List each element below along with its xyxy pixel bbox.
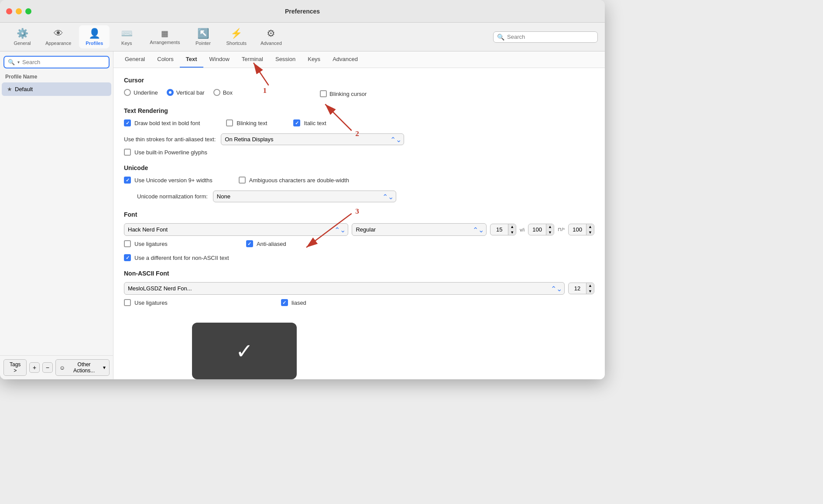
right-panel: General Colors Text Window Terminal Sess…	[113, 51, 605, 379]
profile-list: ★ Default	[0, 82, 113, 355]
window-controls	[6, 8, 31, 14]
cursor-underline[interactable]: Underline	[124, 89, 158, 96]
non-ascii-font-select[interactable]: MesloLGSDZ Nerd Fon...	[124, 282, 565, 295]
close-button[interactable]	[6, 8, 12, 14]
font-section: Font Hack Nerd Font ⌃⌄ Regular Bold	[124, 211, 594, 261]
chevron-down-icon: ▾	[103, 364, 106, 371]
italic-text-checkbox[interactable]	[293, 119, 300, 126]
content-area: Cursor Underline Vertical bar	[113, 68, 605, 379]
profile-item-default[interactable]: ★ Default	[2, 82, 111, 96]
font-style-select[interactable]: Regular Bold Italic	[352, 223, 487, 236]
tab-advanced[interactable]: Advanced	[326, 51, 364, 68]
font-size-up[interactable]: ▲	[508, 224, 516, 230]
toolbar-label-advanced: Advanced	[261, 41, 282, 46]
diff-font-checkbox[interactable]	[124, 254, 131, 261]
blinking-text-option[interactable]: Blinking text	[226, 119, 267, 126]
tags-button[interactable]: Tags >	[3, 359, 27, 376]
thin-strokes-select[interactable]: On Retina Displays Always Never On Non-R…	[221, 133, 404, 145]
toolbar-search-input[interactable]	[507, 34, 594, 40]
minimize-button[interactable]	[16, 8, 22, 14]
thin-strokes-select-wrapper: On Retina Displays Always Never On Non-R…	[221, 133, 404, 145]
cursor-vertical-bar[interactable]: Vertical bar	[167, 89, 205, 96]
ambiguous-option[interactable]: Ambiguous characters are double-width	[239, 177, 349, 184]
powerline-checkbox[interactable]	[124, 149, 131, 156]
cursor-box[interactable]: Box	[213, 89, 233, 96]
toolbar-item-advanced[interactable]: ⚙ Advanced	[254, 25, 288, 48]
tab-colors[interactable]: Colors	[151, 51, 180, 68]
radio-box[interactable]	[213, 89, 220, 96]
thin-strokes-label: Use thin strokes for anti-aliased text:	[124, 136, 216, 143]
vertical-up[interactable]: ▲	[546, 224, 554, 230]
unicode-widths-option[interactable]: Use Unicode version 9+ widths	[124, 177, 213, 184]
vertical-spacing-input[interactable]	[528, 224, 546, 235]
search-dropdown-icon[interactable]: ▾	[17, 60, 20, 65]
remove-profile-button[interactable]: −	[42, 362, 53, 373]
toolbar-item-appearance[interactable]: 👁 Appearance	[39, 25, 77, 48]
toolbar-label-appearance: Appearance	[45, 41, 71, 46]
font-section-title: Font	[124, 211, 594, 218]
radio-vertical-bar[interactable]	[167, 89, 174, 96]
tab-window[interactable]: Window	[203, 51, 236, 68]
draw-bold-checkbox[interactable]	[124, 119, 131, 126]
horizontal-spacing-input[interactable]	[569, 224, 586, 235]
toolbar: ⚙️ General 👁 Appearance 👤 Profiles ⌨️ Ke…	[0, 23, 605, 51]
non-ascii-font-size-group: ▲ ▼	[568, 283, 594, 295]
radio-underline[interactable]	[124, 89, 131, 96]
vertical-down[interactable]: ▼	[546, 230, 554, 235]
toolbar-item-pointer[interactable]: ↖️ Pointer	[188, 25, 218, 48]
non-ascii-anti-aliased-option[interactable]: liased	[281, 299, 306, 306]
non-ascii-ligatures-checkbox[interactable]	[124, 299, 131, 306]
horizontal-down[interactable]: ▼	[586, 230, 594, 235]
ambiguous-checkbox[interactable]	[239, 177, 246, 184]
anti-aliased-checkbox[interactable]	[246, 240, 253, 247]
profile-search-box[interactable]: 🔍 ▾	[3, 56, 110, 68]
vertical-spacing-label: v/i	[520, 227, 525, 232]
font-size-down[interactable]: ▼	[508, 230, 516, 235]
toolbar-search-box[interactable]: 🔍	[493, 31, 598, 43]
blinking-cursor-checkbox[interactable]	[320, 90, 327, 97]
unicode-widths-checkbox[interactable]	[124, 177, 131, 184]
font-size-input-group: ▲ ▼	[490, 224, 516, 236]
vertical-spacing-input-group: ▲ ▼	[528, 224, 554, 236]
toolbar-label-profiles: Profiles	[86, 41, 103, 46]
toolbar-item-general[interactable]: ⚙️ General	[7, 25, 38, 48]
normalization-select[interactable]: None NFC NFD NFKC NFKD	[213, 191, 396, 202]
toolbar-item-arrangements[interactable]: ▦ Arrangements	[144, 26, 186, 48]
maximize-button[interactable]	[25, 8, 31, 14]
tab-session[interactable]: Session	[269, 51, 302, 68]
tab-terminal[interactable]: Terminal	[236, 51, 269, 68]
tab-text[interactable]: Text	[180, 51, 203, 68]
horizontal-spacing-label: ⊓/ⁿ	[558, 227, 565, 232]
keyboard-icon: ⌨️	[121, 28, 133, 39]
toolbar-item-shortcuts[interactable]: ⚡ Shortcuts	[220, 25, 252, 48]
non-ascii-ligatures-option[interactable]: Use ligatures	[124, 299, 168, 306]
unicode-title: Unicode	[124, 164, 594, 171]
non-ascii-size-down[interactable]: ▼	[586, 289, 594, 294]
profile-search-input[interactable]	[22, 59, 105, 65]
non-ascii-font-title: Non-ASCII Font	[124, 270, 594, 277]
non-ascii-anti-aliased-checkbox[interactable]	[281, 299, 288, 306]
draw-bold-option[interactable]: Draw bold text in bold font	[124, 119, 200, 126]
anti-aliased-option[interactable]: Anti-aliased	[246, 240, 286, 247]
font-size-input[interactable]	[490, 224, 508, 235]
use-ligatures-checkbox[interactable]	[124, 240, 131, 247]
eye-icon: 👁	[54, 28, 63, 39]
blinking-text-checkbox[interactable]	[226, 119, 233, 126]
use-ligatures-option[interactable]: Use ligatures	[124, 240, 168, 247]
italic-text-option[interactable]: Italic text	[293, 119, 326, 126]
powerline-option[interactable]: Use built-in Powerline glyphs	[124, 149, 594, 156]
font-name-select[interactable]: Hack Nerd Font	[124, 223, 348, 236]
add-profile-button[interactable]: +	[29, 362, 40, 373]
other-actions-button[interactable]: ☺ Other Actions... ▾	[55, 359, 110, 376]
tab-keys[interactable]: Keys	[302, 51, 326, 68]
toolbar-item-keys[interactable]: ⌨️ Keys	[111, 25, 142, 48]
diff-font-option[interactable]: Use a different font for non-ASCII text	[124, 254, 594, 261]
non-ascii-size-up[interactable]: ▲	[586, 283, 594, 289]
pointer-icon: ↖️	[197, 28, 209, 39]
tab-general[interactable]: General	[119, 51, 151, 68]
advanced-icon: ⚙	[267, 28, 275, 39]
non-ascii-font-size-input[interactable]	[569, 283, 586, 294]
toolbar-item-profiles[interactable]: 👤 Profiles	[79, 25, 110, 48]
gear-icon: ⚙️	[17, 28, 28, 39]
horizontal-up[interactable]: ▲	[586, 224, 594, 230]
